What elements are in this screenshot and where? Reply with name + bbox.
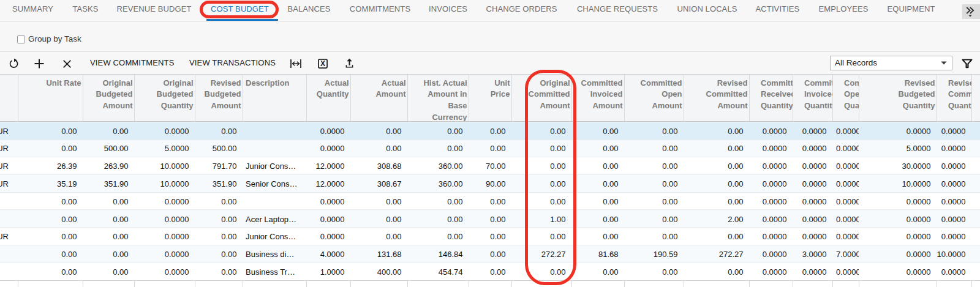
svg-text:X: X [320,59,325,68]
